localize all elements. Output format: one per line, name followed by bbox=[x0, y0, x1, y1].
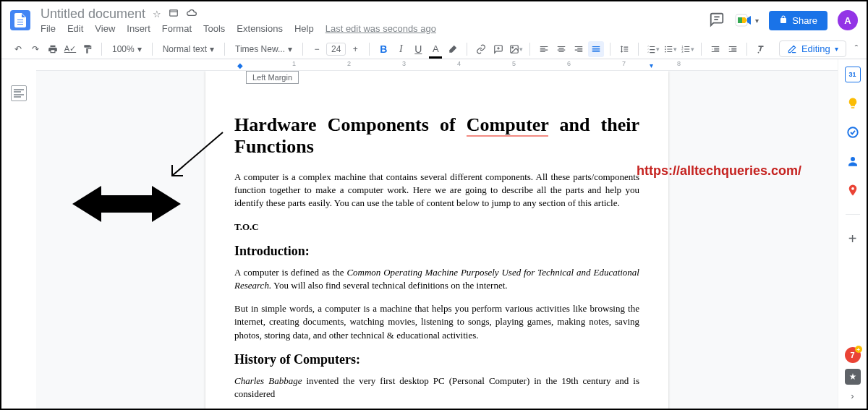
align-center-button[interactable] bbox=[553, 41, 569, 57]
align-right-button[interactable] bbox=[571, 41, 587, 57]
redo-button[interactable]: ↷ bbox=[27, 41, 43, 57]
annotation-arrow-diagonal bbox=[165, 129, 230, 187]
account-avatar[interactable]: A bbox=[838, 10, 858, 30]
menu-help[interactable]: Help bbox=[294, 23, 314, 34]
print-button[interactable] bbox=[45, 41, 61, 57]
menu-format[interactable]: Format bbox=[162, 23, 192, 34]
move-icon[interactable] bbox=[169, 8, 179, 20]
svg-point-7 bbox=[512, 46, 514, 48]
right-indent-marker[interactable]: ▾ bbox=[650, 61, 653, 69]
margin-tooltip: Left Margin bbox=[246, 71, 299, 84]
explore-button[interactable] bbox=[845, 369, 861, 385]
left-indent-marker[interactable]: ◆ bbox=[237, 61, 243, 69]
calendar-addon-icon[interactable]: 31 bbox=[845, 67, 861, 82]
cloud-status-icon[interactable] bbox=[186, 7, 197, 21]
fontsize-input[interactable]: 24 bbox=[326, 43, 346, 56]
doc-heading-2: Introduction: bbox=[234, 244, 639, 259]
maps-addon-icon[interactable] bbox=[845, 182, 861, 198]
docs-logo[interactable] bbox=[10, 10, 30, 30]
numbered-list-button[interactable]: 123 ▾ bbox=[679, 41, 695, 57]
doc-heading-1: Hardware Components of Computer and thei… bbox=[234, 114, 639, 158]
contacts-addon-icon[interactable] bbox=[845, 153, 861, 169]
get-addons-button[interactable]: + bbox=[845, 231, 861, 247]
style-select[interactable]: Normal text ▾ bbox=[158, 43, 218, 56]
meet-icon[interactable]: ▾ bbox=[735, 13, 759, 27]
align-left-button[interactable] bbox=[536, 41, 552, 57]
italic-button[interactable]: I bbox=[393, 41, 409, 57]
doc-title[interactable]: Untitled document bbox=[41, 7, 145, 22]
notification-badge[interactable]: 7 bbox=[845, 347, 861, 363]
lock-icon bbox=[779, 15, 788, 26]
bulleted-list-button[interactable]: ▾ bbox=[662, 41, 678, 57]
fontsize-decrease[interactable]: − bbox=[309, 41, 325, 57]
fontsize-increase[interactable]: + bbox=[347, 41, 363, 57]
undo-button[interactable]: ↶ bbox=[10, 41, 26, 57]
keep-addon-icon[interactable] bbox=[845, 95, 861, 111]
clear-formatting-button[interactable] bbox=[753, 41, 769, 57]
svg-point-18 bbox=[851, 187, 854, 190]
annotation-arrow-horizontal bbox=[72, 182, 181, 226]
comment-history-icon[interactable] bbox=[709, 12, 725, 30]
document-outline-icon[interactable] bbox=[11, 85, 27, 101]
zoom-select[interactable]: 100% ▾ bbox=[108, 43, 146, 56]
menu-edit[interactable]: Edit bbox=[67, 23, 83, 34]
svg-point-9 bbox=[665, 48, 666, 50]
doc-paragraph: But in simple words, a computer is a mac… bbox=[234, 302, 639, 342]
menu-insert[interactable]: Insert bbox=[127, 23, 150, 34]
spellcheck-button[interactable]: A✓ bbox=[62, 41, 78, 57]
doc-paragraph: A computer is defined as the Common Oper… bbox=[234, 266, 639, 292]
align-justify-button[interactable] bbox=[588, 41, 604, 57]
share-label: Share bbox=[792, 15, 817, 26]
doc-toc: T.O.C bbox=[234, 221, 639, 234]
menu-tools[interactable]: Tools bbox=[203, 23, 225, 34]
font-select[interactable]: Times New... ▾ bbox=[231, 43, 297, 56]
menu-file[interactable]: File bbox=[41, 23, 56, 34]
watermark-url: https://alltechqueries.com/ bbox=[637, 163, 801, 179]
svg-point-10 bbox=[665, 51, 666, 52]
highlight-button[interactable] bbox=[445, 41, 461, 57]
document-page: Hardware Components of Computer and thei… bbox=[205, 71, 668, 409]
underline-button[interactable]: U bbox=[410, 41, 426, 57]
svg-rect-0 bbox=[170, 10, 178, 16]
image-button[interactable]: ▾ bbox=[508, 41, 524, 57]
svg-marker-15 bbox=[72, 186, 181, 222]
last-edit[interactable]: Last edit was seconds ago bbox=[326, 23, 436, 34]
bold-button[interactable]: B bbox=[375, 41, 391, 57]
menu-view[interactable]: View bbox=[95, 23, 115, 34]
indent-increase-button[interactable] bbox=[725, 41, 741, 57]
doc-paragraph: Charles Babbage invented the very first … bbox=[234, 375, 639, 401]
line-spacing-button[interactable] bbox=[616, 41, 632, 57]
svg-point-17 bbox=[851, 157, 855, 161]
paint-format-button[interactable] bbox=[80, 41, 95, 57]
add-comment-button[interactable] bbox=[490, 41, 506, 57]
collapse-toolbar-icon[interactable]: ˆ bbox=[855, 43, 858, 54]
menu-extensions[interactable]: Extensions bbox=[237, 23, 283, 34]
svg-point-8 bbox=[665, 46, 666, 47]
svg-text:3: 3 bbox=[681, 49, 684, 53]
doc-heading-2: History of Computers: bbox=[234, 352, 639, 367]
svg-line-14 bbox=[172, 132, 223, 176]
share-button[interactable]: Share bbox=[769, 11, 827, 30]
link-button[interactable] bbox=[473, 41, 489, 57]
ruler[interactable]: ◆ 1 2 3 4 5 6 7 8 ▾ bbox=[36, 59, 838, 71]
tasks-addon-icon[interactable] bbox=[845, 124, 861, 140]
hide-sidepanel-icon[interactable]: › bbox=[851, 390, 854, 401]
indent-decrease-button[interactable] bbox=[707, 41, 723, 57]
star-icon[interactable]: ☆ bbox=[153, 9, 161, 20]
doc-paragraph: A computer is a complex machine that con… bbox=[234, 171, 639, 210]
checklist-button[interactable]: ▾ bbox=[644, 41, 660, 57]
mode-select[interactable]: Editing ▾ bbox=[779, 40, 846, 57]
text-color-button[interactable]: A bbox=[427, 41, 443, 57]
